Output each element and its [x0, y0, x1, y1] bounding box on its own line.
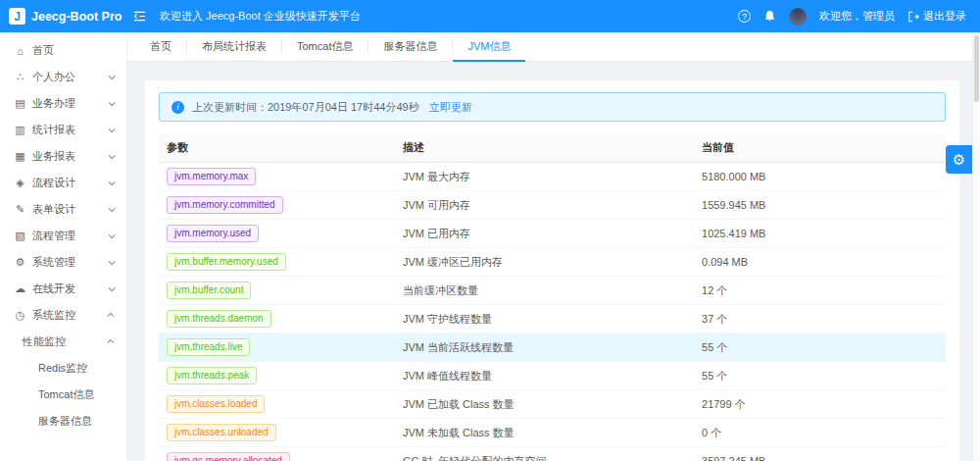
- menu-fold-icon[interactable]: [127, 10, 152, 23]
- param-description: JVM 未加载 Class 数量: [395, 419, 694, 447]
- brand[interactable]: J Jeecg-Boot Pro: [0, 8, 127, 25]
- user-greeting: 欢迎您，管理员: [819, 9, 895, 24]
- table-row: jvm.threads.live JVM 当前活跃线程数量 55 个: [159, 333, 946, 362]
- sidebar-item-system-monitoring[interactable]: ◷系统监控: [0, 302, 126, 329]
- cluster-icon: ◈: [13, 177, 27, 189]
- param-value: 55 个: [694, 333, 946, 362]
- info-circle-icon: i: [172, 101, 184, 114]
- table-row: jvm.buffer.memory.used JVM 缓冲区已用内存 0.094…: [159, 248, 946, 277]
- apps-icon: ▤: [13, 97, 27, 110]
- sidebar-item-form-design[interactable]: ✎表单设计: [0, 196, 126, 223]
- chevron-down-icon: [109, 205, 116, 212]
- logout-link[interactable]: 退出登录: [907, 9, 966, 24]
- tab-layout-stat-report[interactable]: 布局统计报表: [187, 32, 281, 62]
- chevron-down-icon: [109, 99, 116, 106]
- param-description: JVM 已加载 Class 数量: [395, 390, 694, 419]
- jvm-info-card: i 上次更新时间：2019年07月04日 17时44分49秒 立即更新 参数 描…: [145, 80, 959, 461]
- sidebar-item-redis-monitor[interactable]: Redis监控: [0, 355, 126, 382]
- param-tag: jvm.gc.memory.allocated: [167, 452, 290, 461]
- param-value: 21799 个: [694, 390, 946, 419]
- param-tag: jvm.threads.live: [167, 338, 250, 356]
- tab-jvm-info[interactable]: JVM信息: [453, 32, 525, 62]
- param-value: 0 个: [694, 419, 946, 447]
- sidebar-item-home[interactable]: ⌂首页: [0, 37, 126, 64]
- sidebar-item-tomcat-info[interactable]: Tomcat信息: [0, 382, 126, 408]
- param-tag: jvm.memory.committed: [167, 196, 283, 214]
- sidebar-menu: ⌂首页∴个人办公▤业务办理▥统计报表▦业务报表◈流程设计✎表单设计▧流程管理⚙系…: [0, 37, 126, 435]
- sidebar-item-server-info[interactable]: 服务器信息: [0, 408, 126, 435]
- sidebar-item-label: 业务报表: [32, 149, 75, 164]
- table-row: jvm.threads.daemon JVM 守护线程数量 37 个: [159, 305, 946, 333]
- param-description: JVM 当前活跃线程数量: [395, 333, 694, 362]
- jvm-table: 参数 描述 当前值 jvm.memory.max JVM 最大内存 5180.0…: [159, 133, 946, 461]
- cloud-icon: ☁: [13, 282, 27, 295]
- scrollbar-thumb[interactable]: [974, 35, 979, 102]
- param-description: JVM 守护线程数量: [395, 305, 694, 333]
- sidebar-item-label: 流程管理: [32, 229, 75, 243]
- table-row: jvm.memory.used JVM 已用内存 1025.419 MB: [159, 220, 946, 248]
- table-icon: ▦: [13, 150, 27, 163]
- brand-title: Jeecg-Boot Pro: [31, 10, 122, 24]
- chevron-down-icon: [109, 179, 116, 185]
- avatar[interactable]: [789, 8, 807, 26]
- tab-home[interactable]: 首页: [135, 32, 186, 62]
- scrollbar-track: [972, 32, 980, 461]
- param-tag: jvm.threads.peak: [167, 367, 257, 384]
- param-tag: jvm.classes.loaded: [167, 395, 265, 413]
- jvm-table-body: jvm.memory.max JVM 最大内存 5180.000 MB jvm.…: [159, 163, 946, 461]
- sidebar-item-process-management[interactable]: ▧流程管理: [0, 223, 126, 249]
- param-description: JVM 可用内存: [395, 191, 694, 220]
- welcome-text: 欢迎进入 Jeecg-Boot 企业级快速开发平台: [160, 9, 361, 24]
- chevron-down-icon: [109, 152, 116, 159]
- chevron-down-icon: [109, 231, 116, 238]
- column-header-param: 参数: [159, 133, 395, 163]
- sidebar-item-performance-monitoring[interactable]: 性能监控: [0, 329, 126, 355]
- param-value: 12 个: [694, 277, 946, 305]
- param-description: 当前缓冲区数量: [395, 277, 694, 305]
- tab-tomcat-info[interactable]: Tomcat信息: [282, 32, 368, 62]
- sidebar-item-process-design[interactable]: ◈流程设计: [0, 170, 126, 196]
- settings-gear-button[interactable]: ⚙: [946, 145, 972, 174]
- bar-chart-icon: ▥: [13, 124, 27, 136]
- table-row: jvm.memory.committed JVM 可用内存 1559.945 M…: [159, 191, 946, 220]
- bell-icon[interactable]: [763, 10, 776, 23]
- sidebar-item-label: 业务办理: [32, 96, 75, 111]
- sidebar-item-business-handling[interactable]: ▤业务办理: [0, 90, 126, 117]
- sidebar-item-label: Tomcat信息: [38, 387, 94, 402]
- sidebar-item-label: Redis监控: [38, 361, 87, 376]
- sidebar-item-label: 表单设计: [32, 202, 75, 217]
- table-row: jvm.classes.unloaded JVM 未加载 Class 数量 0 …: [159, 419, 946, 447]
- form-icon: ✎: [13, 203, 27, 216]
- share-icon: ∴: [13, 71, 27, 83]
- sidebar-item-system-management[interactable]: ⚙系统管理: [0, 249, 126, 276]
- sidebar-item-statistical-reports[interactable]: ▥统计报表: [0, 117, 126, 143]
- table-row: jvm.classes.loaded JVM 已加载 Class 数量 2179…: [159, 390, 946, 419]
- table-header-row: 参数 描述 当前值: [159, 133, 946, 163]
- param-value: 5180.000 MB: [694, 163, 946, 191]
- sidebar-item-label: 首页: [32, 43, 54, 58]
- refresh-now-link[interactable]: 立即更新: [429, 100, 472, 115]
- param-description: JVM 缓冲区已用内存: [395, 248, 694, 277]
- sidebar-item-business-reports[interactable]: ▦业务报表: [0, 143, 126, 170]
- tab-server-info[interactable]: 服务器信息: [368, 32, 452, 62]
- table-row: jvm.memory.max JVM 最大内存 5180.000 MB: [159, 163, 946, 191]
- param-description: JVM 峰值线程数量: [395, 362, 694, 390]
- table-row: jvm.buffer.count 当前缓冲区数量 12 个: [159, 277, 946, 305]
- sidebar-item-online-development[interactable]: ☁在线开发: [0, 276, 126, 302]
- chevron-down-icon: [109, 284, 116, 291]
- main-content: i 上次更新时间：2019年07月04日 17时44分49秒 立即更新 参数 描…: [127, 62, 980, 461]
- param-description: GC 时, 年轻代分配的内存空间: [395, 447, 694, 461]
- param-value: 55 个: [694, 362, 946, 390]
- chevron-down-icon: [109, 258, 116, 265]
- sidebar-item-label: 系统管理: [32, 255, 75, 270]
- param-value: 37 个: [694, 305, 946, 333]
- sidebar-item-personal-office[interactable]: ∴个人办公: [0, 64, 126, 90]
- update-alert: i 上次更新时间：2019年07月04日 17时44分49秒 立即更新: [159, 92, 946, 122]
- param-tag: jvm.buffer.count: [167, 282, 251, 299]
- param-tag: jvm.buffer.memory.used: [167, 253, 286, 271]
- last-update-text: 上次更新时间：2019年07月04日 17时44分49秒: [192, 100, 419, 115]
- param-tag: jvm.threads.daemon: [167, 310, 271, 328]
- help-icon[interactable]: ?: [738, 10, 751, 23]
- sidebar-item-label: 系统监控: [32, 308, 75, 323]
- blocks-icon: ▧: [13, 230, 27, 242]
